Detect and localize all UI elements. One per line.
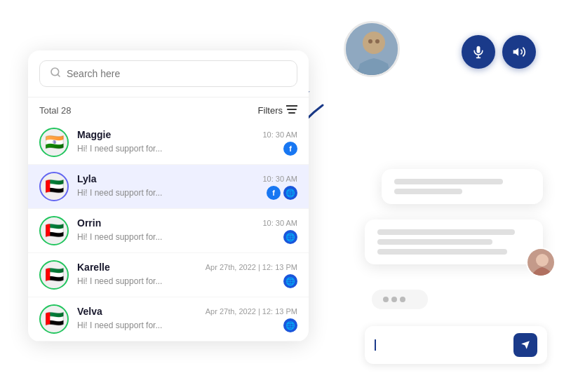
contact-name: Karelle (77, 262, 110, 273)
sent-bubble (382, 169, 543, 204)
contact-name-row: Karelle Apr 27th, 2022 | 12: 13 PM (77, 262, 297, 273)
contact-name-row: Velva Apr 27th, 2022 | 12: 13 PM (77, 306, 297, 317)
contact-name: Orrin (77, 217, 101, 229)
contact-item[interactable]: 🇦🇪 Velva Apr 27th, 2022 | 12: 13 PM Hi! … (28, 297, 309, 342)
avatar-wrap: 🇦🇪 (39, 216, 69, 245)
contact-preview-row: Hi! I need support for... 🌐 (77, 274, 297, 288)
search-input-wrap[interactable] (39, 60, 297, 87)
contact-item[interactable]: 🇦🇪 Orrin 10: 30 AM Hi! I need support fo… (28, 209, 309, 253)
contact-preview: Hi! I need support for... (77, 320, 162, 330)
search-bar (28, 50, 309, 97)
contact-name: Maggie (77, 129, 111, 140)
avatar: 🇦🇪 (39, 216, 69, 245)
avatar-wrap: 🇦🇪 (39, 304, 69, 334)
contact-name-row: Maggie 10: 30 AM (77, 129, 297, 140)
contact-info: Lyla 10: 30 AM Hi! I need support for...… (77, 173, 297, 200)
contact-preview-row: Hi! I need support for... 🌐 (77, 318, 297, 332)
web-icon: 🌐 (283, 318, 297, 332)
contact-list: 🇮🇳 Maggie 10: 30 AM Hi! I need support f… (28, 121, 309, 342)
svg-point-6 (363, 32, 385, 54)
contact-item[interactable]: 🇦🇪 Lyla 10: 30 AM Hi! I need support for… (28, 165, 309, 209)
channel-icons: 🌐 (283, 274, 297, 288)
avatar: 🇦🇪 (39, 304, 69, 334)
send-button[interactable] (513, 333, 537, 357)
contact-info: Karelle Apr 27th, 2022 | 12: 13 PM Hi! I… (77, 262, 297, 288)
facebook-icon: f (267, 186, 281, 200)
main-container: Total 28 Filters 🇮🇳 Magg (0, 0, 578, 392)
svg-rect-9 (477, 46, 480, 53)
user-avatar-image (346, 23, 400, 77)
contact-item[interactable]: 🇮🇳 Maggie 10: 30 AM Hi! I need support f… (28, 121, 309, 165)
search-input[interactable] (67, 68, 287, 79)
svg-line-1 (58, 74, 60, 76)
received-bubble (365, 219, 543, 264)
chat-input-bar[interactable] (365, 326, 547, 364)
filters-row: Total 28 Filters (28, 97, 309, 121)
typing-indicator (372, 290, 428, 309)
facebook-icon: f (283, 142, 297, 156)
receiver-avatar (526, 248, 556, 277)
filters-label: Filters (258, 105, 283, 116)
web-icon: 🌐 (283, 186, 297, 200)
user-avatar (344, 21, 400, 77)
contact-preview-row: Hi! I need support for... 🌐 (77, 230, 297, 244)
speaker-button[interactable] (502, 35, 536, 69)
contact-time: 10: 30 AM (262, 219, 297, 227)
contact-time: 10: 30 AM (262, 130, 297, 139)
avatar-wrap: 🇦🇪 (39, 172, 69, 201)
search-icon (50, 67, 61, 81)
chat-preview (309, 14, 550, 378)
contact-time: Apr 27th, 2022 | 12: 13 PM (206, 307, 297, 316)
channel-icons: f (283, 142, 297, 156)
avatar: 🇮🇳 (39, 128, 69, 157)
contact-preview: Hi! I need support for... (77, 188, 162, 198)
contact-preview: Hi! I need support for... (77, 232, 162, 242)
contact-info: Orrin 10: 30 AM Hi! I need support for..… (77, 217, 297, 244)
contact-preview: Hi! I need support for... (77, 144, 162, 154)
mic-button[interactable] (462, 35, 495, 69)
chat-messages-area (365, 70, 543, 364)
channel-icons: 🌐 (283, 318, 297, 332)
avatar: 🇦🇪 (39, 260, 69, 290)
contact-name: Velva (77, 306, 102, 317)
filters-button[interactable]: Filters (258, 104, 297, 116)
svg-marker-12 (513, 48, 519, 56)
action-buttons (462, 35, 536, 69)
text-cursor (375, 339, 376, 351)
contact-time: 10: 30 AM (262, 175, 297, 183)
svg-point-14 (536, 254, 549, 266)
avatar: 🇦🇪 (39, 172, 69, 201)
channel-icons: 🌐 (283, 230, 297, 244)
svg-marker-16 (521, 341, 530, 349)
inbox-panel: Total 28 Filters 🇮🇳 Magg (28, 50, 309, 342)
contact-preview-row: Hi! I need support for... f🌐 (77, 186, 297, 200)
svg-point-7 (368, 39, 372, 43)
contact-name-row: Lyla 10: 30 AM (77, 173, 297, 184)
typing-dot-3 (400, 297, 405, 302)
contact-info: Maggie 10: 30 AM Hi! I need support for.… (77, 129, 297, 156)
contact-time: Apr 27th, 2022 | 12: 13 PM (206, 263, 297, 271)
avatar-wrap: 🇮🇳 (39, 128, 69, 157)
channel-icons: f🌐 (267, 186, 297, 200)
contact-item[interactable]: 🇦🇪 Karelle Apr 27th, 2022 | 12: 13 PM Hi… (28, 253, 309, 297)
contact-preview: Hi! I need support for... (77, 276, 162, 286)
total-count: Total 28 (39, 105, 72, 116)
filter-icon (286, 104, 297, 116)
contact-name: Lyla (77, 173, 97, 184)
web-icon: 🌐 (283, 230, 297, 244)
typing-dot-2 (391, 297, 397, 302)
web-icon: 🌐 (283, 274, 297, 288)
contact-name-row: Orrin 10: 30 AM (77, 217, 297, 229)
typing-dot-1 (383, 297, 389, 302)
contact-info: Velva Apr 27th, 2022 | 12: 13 PM Hi! I n… (77, 306, 297, 332)
contact-preview-row: Hi! I need support for... f (77, 142, 297, 156)
avatar-wrap: 🇦🇪 (39, 260, 69, 290)
svg-point-8 (375, 39, 379, 43)
